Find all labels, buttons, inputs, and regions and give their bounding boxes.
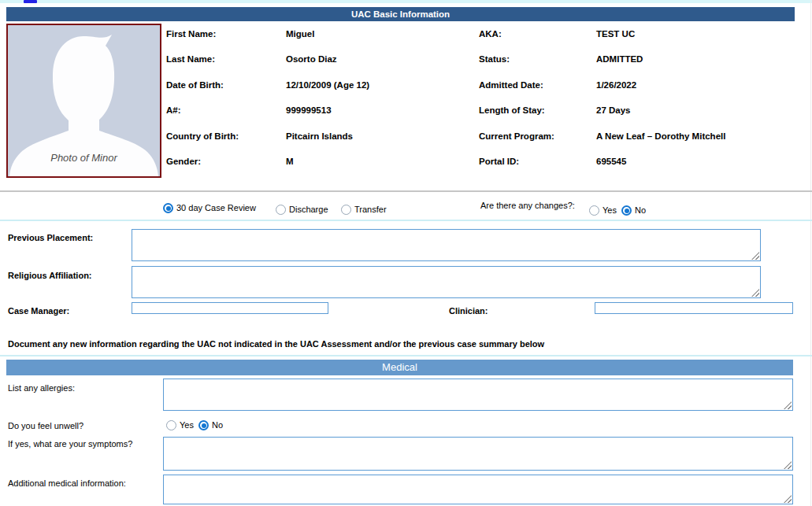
status-value: ADMITTED [596,54,809,79]
separator-gray [0,190,812,192]
portal-id-label: Portal ID: [479,157,596,182]
top-page-strip [0,0,812,3]
uac-case-review-page: UAC Basic Information Photo of Minor Fir… [0,0,812,506]
case-manager-input[interactable] [132,302,328,314]
first-name-label: First Name: [166,29,286,54]
changes-question-label: Are there any changes?: [480,201,575,210]
radio-selected-icon[interactable] [198,420,209,430]
radio-label: 30 day Case Review [176,203,256,212]
admitted-date-label: Admitted Date: [479,80,596,105]
last-name-value: Osorto Diaz [286,54,479,79]
clinician-input[interactable] [595,302,793,314]
separator-blue-top [0,220,812,221]
gender-value: M [286,157,479,182]
gender-label: Gender: [166,157,286,182]
previous-placement-label: Previous Placement: [8,233,93,242]
radio-selected-icon[interactable] [163,203,173,213]
additional-medical-textarea[interactable] [163,475,793,504]
radio-label: No [635,205,646,215]
admitted-date-value: 1/26/2022 [596,80,809,105]
a-number-label: A#: [166,105,286,131]
radio-unwell-no[interactable]: No [198,420,223,430]
religious-affiliation-textarea[interactable] [132,266,761,298]
radio-icon[interactable] [589,205,599,216]
aka-value: TEST UC [596,29,809,54]
allergies-label: List any allergies: [8,383,75,393]
radio-changes-no[interactable]: No [621,205,646,216]
first-name-value: Miguel [286,29,479,54]
date-of-birth-value: 12/10/2009 (Age 12) [286,80,479,105]
a-number-value: 999999513 [286,105,479,131]
radio-changes-yes[interactable]: Yes [589,205,617,216]
last-name-label: Last Name: [166,54,286,79]
radio-icon[interactable] [166,420,176,430]
radio-label: Discharge [289,205,328,214]
case-manager-label: Case Manager: [8,306,69,316]
country-of-birth-value: Pitcairn Islands [286,131,479,157]
portal-id-value: 695545 [596,157,809,182]
section-title: Medical [382,361,417,373]
clipped-link-fragment[interactable] [24,0,37,3]
country-of-birth-label: Country of Birth: [166,131,286,157]
radio-label: No [212,420,223,430]
instruction-text: Document any new information regarding t… [8,339,544,349]
radio-unwell-yes[interactable]: Yes [166,420,194,430]
radio-transfer[interactable]: Transfer [341,205,387,215]
previous-placement-textarea[interactable] [132,229,761,261]
symptoms-label: If yes, what are your symptoms? [8,439,132,449]
current-program-value: A New Leaf – Dorothy Mitchell [596,131,809,157]
radio-30-day-case-review[interactable]: 30 day Case Review [163,203,256,213]
status-label: Status: [479,54,596,79]
radio-label: Yes [603,205,617,215]
radio-discharge[interactable]: Discharge [276,205,328,215]
length-of-stay-value: 27 Days [596,105,809,131]
religious-affiliation-label: Religious Affiliation: [8,271,92,280]
medical-section-header: Medical [6,360,793,375]
radio-selected-icon[interactable] [621,205,632,216]
radio-icon[interactable] [341,205,351,215]
length-of-stay-label: Length of Stay: [479,105,596,131]
unwell-label: Do you feel unwell? [8,421,83,430]
photo-caption: Photo of Minor [8,152,160,164]
section-title: UAC Basic Information [351,9,450,19]
date-of-birth-label: Date of Birth: [166,80,286,105]
allergies-textarea[interactable] [163,379,793,411]
photo-of-minor: Photo of Minor [6,24,161,178]
basic-info-grid: First Name: Miguel AKA: TEST UC Last Nam… [166,24,809,182]
additional-medical-label: Additional medical information: [8,478,126,488]
aka-label: AKA: [479,29,596,54]
current-program-label: Current Program: [479,131,596,157]
radio-label: Yes [180,420,194,430]
radio-label: Transfer [354,205,387,214]
uac-basic-information-header: UAC Basic Information [6,7,795,21]
symptoms-textarea[interactable] [163,437,793,471]
radio-icon[interactable] [276,205,286,215]
separator-blue-bottom [0,355,812,356]
page-right-border [810,0,811,506]
clinician-label: Clinician: [449,306,488,316]
